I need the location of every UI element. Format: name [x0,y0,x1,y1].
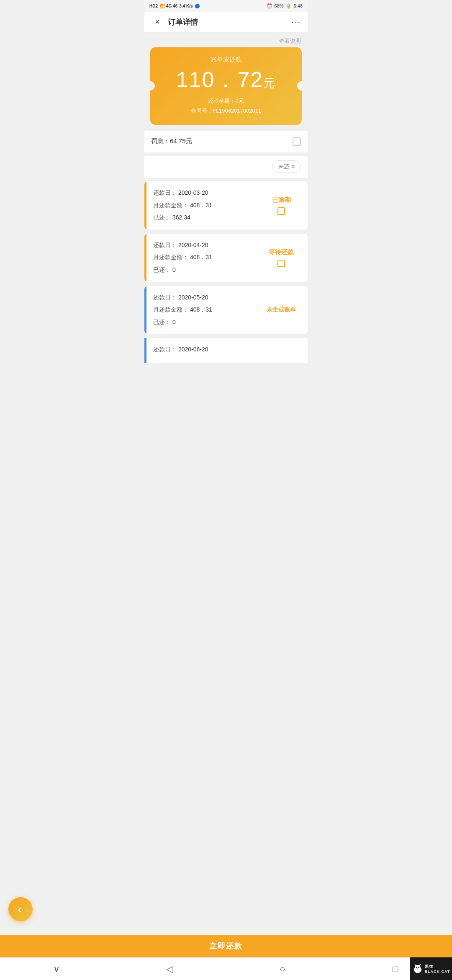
battery-icon: 🔋 [286,3,292,9]
installment-item-1: 还款日： 2020-03-20 月还款金额： 408．31 已还： 362.34… [144,181,308,230]
installment-item-2: 还款日： 2020-04-20 月还款金额： 408．31 已还： 0 等待还款 [144,234,308,282]
status-label-1: 已逾期 [272,196,291,204]
view-desc-link[interactable]: 查看说明 [279,38,301,44]
item-body-1: 还款日： 2020-03-20 月还款金额： 408．31 已还： 362.34 [146,181,262,230]
penalty-label: 罚息：64.75元 [151,137,192,145]
item-date-row-4: 还款日： 2020-06-20 [153,346,301,354]
bill-card-info: 还款余额：0元 合同号：FL19062017002011 [160,96,292,116]
item-status-1: 已逾期 [262,181,308,230]
status-label-2: 等待还款 [269,248,294,256]
bill-card-amount: 110．72元 [160,68,292,92]
status-left: HD2 📶 4G 46 3.4 K/s 🔵 [149,4,200,8]
more-button[interactable]: ··· [291,17,301,27]
item-paid-row-2: 已还： 0 [153,266,255,274]
item-date-row-2: 还款日： 2020-04-20 [153,241,255,250]
penalty-row: 罚息：64.75元 [144,131,308,152]
network-type: 4G 46 [166,4,177,8]
time-display: 5:48 [294,3,303,8]
item-amount-row-1: 月还款金额： 408．31 [153,201,255,210]
filter-label: 未还 [278,163,289,170]
status-label-3: 未生成账单 [267,306,296,314]
filter-icon: ≡ [292,164,295,170]
bill-balance: 还款余额：0元 [160,96,292,106]
status-bar: HD2 📶 4G 46 3.4 K/s 🔵 ⏰ 68% 🔋 5:48 [144,0,308,12]
item-body-3: 还款日： 2020-05-20 月还款金额： 408．31 已还： 0 [146,286,262,334]
bill-card-title: 账单应还款 [160,56,292,64]
filter-row: 未还 ≡ [144,156,308,178]
network-hd: HD2 [149,4,158,8]
item-amount-row-3: 月还款金额： 408．31 [153,306,255,314]
alarm-icon: ⏰ [267,3,272,9]
installment-item-3: 还款日： 2020-05-20 月还款金额： 408．31 已还： 0 未生成账… [144,286,308,334]
installment-list: 还款日： 2020-03-20 月还款金额： 408．31 已还： 362.34… [144,181,308,397]
item-paid-row-3: 已还： 0 [153,318,255,327]
status-checkbox-2[interactable] [277,260,285,267]
bill-card: 账单应还款 110．72元 还款余额：0元 合同号：FL190620170020… [150,47,302,125]
wifi-icon: 🔵 [195,4,200,8]
page-header: × 订单详情 ··· [144,12,308,33]
installment-item-4: 还款日： 2020-06-20 [144,338,308,363]
item-amount-row-2: 月还款金额： 408．31 [153,253,255,262]
item-status-2: 等待还款 [262,234,308,282]
item-date-row-3: 还款日： 2020-05-20 [153,294,255,302]
network-speed: 3.4 K/s [179,4,193,8]
battery-level: 68% [275,3,284,8]
filter-button[interactable]: 未还 ≡ [272,160,301,173]
close-button[interactable]: × [151,17,164,27]
item-paid-row-1: 已还： 362.34 [153,214,255,222]
bill-contract: 合同号：FL19062017002011 [160,106,292,116]
penalty-checkbox[interactable] [293,137,301,146]
signal-strength: 📶 [159,4,164,8]
item-status-3: 未生成账单 [262,286,308,334]
status-checkbox-1[interactable] [277,207,285,215]
item-body-2: 还款日： 2020-04-20 月还款金额： 408．31 已还： 0 [146,234,262,282]
item-body-4: 还款日： 2020-06-20 [146,338,308,363]
status-right: ⏰ 68% 🔋 5:48 [267,3,303,9]
content-area: 查看说明 账单应还款 110．72元 还款余额：0元 合同号：FL1906201… [144,33,308,397]
page-title: 订单详情 [168,17,291,27]
item-date-row-1: 还款日： 2020-03-20 [153,189,255,197]
view-desc-area: 查看说明 [144,33,308,47]
